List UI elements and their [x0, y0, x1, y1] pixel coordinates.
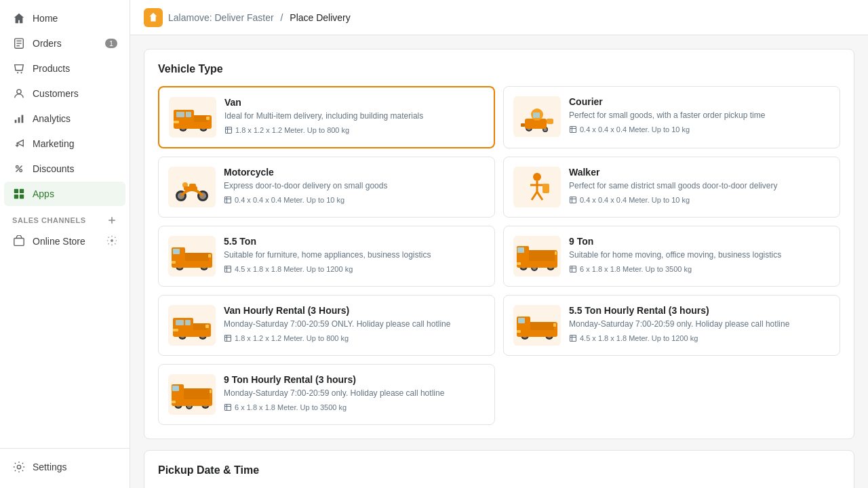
vehicle-desc-van: Ideal for Multi-item delivery, including…: [224, 110, 484, 122]
marketing-icon: [12, 137, 26, 150]
sidebar-item-settings[interactable]: Settings: [4, 455, 125, 479]
vehicle-type-card: Vehicle Type Van Ideal fo: [144, 49, 854, 439]
box-icon: [224, 334, 232, 342]
sidebar-item-online-store[interactable]: Online Store: [4, 229, 125, 253]
svg-rect-42: [533, 113, 540, 118]
svg-rect-76: [208, 254, 211, 258]
vehicle-desc-ton55: Suitable for furniture, home appliances,…: [224, 249, 485, 261]
vehicle-info-ton55: 5.5 Ton Suitable for furniture, home app…: [224, 236, 485, 273]
vehicle-card-ton9-hourly[interactable]: 9 Ton Hourly Rental (3 hours) Monday-Sat…: [158, 364, 495, 425]
svg-rect-9: [22, 115, 24, 123]
vehicle-image-van-hourly: [168, 305, 216, 346]
vehicle-name-ton55: 5.5 Ton: [224, 236, 485, 247]
svg-rect-133: [210, 390, 212, 393]
vehicle-spec-courier: 0.4 x 0.4 x 0.4 Meter. Up to 10 kg: [569, 125, 830, 134]
vehicle-info-van-hourly: Van Hourly Rental (3 Hours) Monday-Satur…: [224, 305, 485, 342]
vehicle-info-ton9: 9 Ton Suitable for home moving, office m…: [569, 236, 830, 273]
svg-rect-91: [555, 251, 557, 255]
svg-rect-44: [547, 119, 553, 124]
box-icon: [569, 125, 577, 134]
svg-rect-54: [184, 186, 197, 190]
sidebar-item-products[interactable]: Products: [4, 56, 125, 81]
svg-rect-30: [194, 115, 208, 122]
vehicle-desc-courier: Perfect for small goods, with a faster o…: [569, 110, 830, 121]
svg-rect-73: [173, 249, 180, 254]
vehicle-card-van-hourly[interactable]: Van Hourly Rental (3 Hours) Monday-Satur…: [158, 295, 495, 356]
svg-point-20: [111, 239, 113, 242]
svg-rect-106: [225, 335, 231, 341]
vehicle-info-courier: Courier Perfect for small goods, with a …: [569, 96, 830, 134]
svg-rect-45: [570, 126, 576, 132]
svg-rect-115: [518, 318, 525, 323]
vehicle-card-van[interactable]: Van Ideal for Multi-item delivery, inclu…: [158, 86, 495, 148]
topbar: Lalamove: Deliver Faster / Place Deliver…: [130, 0, 868, 35]
svg-rect-19: [14, 239, 24, 246]
svg-rect-92: [570, 266, 576, 272]
svg-rect-101: [176, 320, 184, 325]
vehicle-info-ton55-hourly: 5.5 Ton Hourly Rental (3 hours) Monday-S…: [569, 305, 830, 342]
vehicle-name-ton9-hourly: 9 Ton Hourly Rental (3 hours): [224, 374, 485, 385]
svg-line-61: [532, 192, 537, 200]
vehicle-card-ton9[interactable]: 9 Ton Suitable for home moving, office m…: [503, 226, 840, 287]
pickup-datetime-title: Pickup Date & Time: [158, 464, 840, 476]
vehicle-image-van: [169, 97, 216, 138]
discounts-icon: [12, 162, 26, 176]
svg-rect-103: [193, 323, 207, 330]
vehicle-image-ton9: [513, 236, 561, 277]
vehicle-card-ton55[interactable]: 5.5 Ton Suitable for furniture, home app…: [158, 226, 495, 287]
breadcrumb: Lalamove: Deliver Faster / Place Deliver…: [168, 12, 351, 23]
orders-icon: [12, 37, 26, 50]
box-icon: [569, 334, 577, 342]
sidebar-item-home[interactable]: Home: [4, 6, 125, 30]
page-content: Vehicle Type Van Ideal fo: [130, 35, 868, 488]
sidebar-item-discounts[interactable]: Discounts: [4, 157, 125, 181]
vehicle-desc-ton55-hourly: Monday-Saturday 7:00-20:59 only. Holiday…: [569, 319, 830, 330]
vehicle-desc-van-hourly: Monday-Saturday 7:00-20:59 ONLY. Holiday…: [224, 319, 485, 330]
vehicle-card-ton55-hourly[interactable]: 5.5 Ton Hourly Rental (3 hours) Monday-S…: [503, 295, 840, 356]
vehicle-card-walker[interactable]: Walker Perfect for same district small g…: [503, 157, 840, 218]
vehicle-spec-ton9: 6 x 1.8 x 1.8 Meter. Up to 3500 kg: [569, 265, 830, 273]
svg-point-10: [16, 166, 19, 169]
vehicle-image-courier: [513, 96, 561, 137]
svg-rect-90: [517, 262, 521, 265]
svg-rect-64: [570, 197, 576, 203]
svg-rect-117: [517, 330, 521, 333]
svg-rect-16: [20, 195, 24, 199]
vehicle-info-van: Van Ideal for Multi-item delivery, inclu…: [224, 97, 484, 134]
sidebar-item-customers[interactable]: Customers: [4, 81, 125, 106]
svg-rect-74: [185, 253, 209, 261]
svg-point-58: [533, 173, 541, 181]
sales-channels-header: SALES CHANNELS: [0, 207, 130, 228]
vehicle-spec-walker: 0.4 x 0.4 x 0.4 Meter. Up to 10 kg: [569, 196, 830, 204]
svg-rect-104: [173, 329, 178, 331]
sidebar-item-apps[interactable]: Apps: [4, 182, 125, 206]
add-sales-channel-button[interactable]: [106, 215, 117, 226]
vehicle-card-courier[interactable]: Courier Perfect for small goods, with a …: [503, 86, 840, 148]
online-store-settings-icon[interactable]: [106, 235, 117, 248]
svg-rect-63: [542, 184, 549, 193]
vehicle-spec-ton9-hourly: 6 x 1.8 x 1.8 Meter. Up to 3500 kg: [224, 403, 485, 411]
vehicle-name-courier: Courier: [569, 96, 830, 107]
customers-icon: [12, 87, 26, 100]
vehicle-name-walker: Walker: [569, 167, 830, 178]
sidebar: Home Orders 1 Products Customers Analy: [0, 0, 130, 488]
svg-rect-31: [174, 121, 179, 123]
svg-rect-15: [14, 195, 18, 199]
vehicle-desc-motorcycle: Express door-to-door delivery on small g…: [224, 180, 485, 192]
vehicle-image-walker: [513, 167, 561, 207]
pickup-datetime-card: Pickup Date & Time: [144, 450, 854, 488]
svg-rect-105: [205, 325, 209, 328]
svg-rect-8: [18, 117, 20, 123]
sidebar-item-analytics[interactable]: Analytics: [4, 106, 125, 131]
vehicle-card-motorcycle[interactable]: Motorcycle Express door-to-door delivery…: [158, 157, 495, 218]
svg-rect-131: [184, 388, 210, 399]
sidebar-item-marketing[interactable]: Marketing: [4, 131, 125, 156]
svg-line-12: [16, 166, 22, 172]
box-icon: [224, 403, 232, 411]
svg-rect-28: [176, 112, 184, 117]
vehicle-info-ton9-hourly: 9 Ton Hourly Rental (3 hours) Monday-Sat…: [224, 374, 485, 411]
svg-rect-13: [14, 189, 18, 193]
vehicle-info-walker: Walker Perfect for same district small g…: [569, 167, 830, 204]
vehicle-image-ton55-hourly: [513, 305, 561, 346]
sidebar-item-orders[interactable]: Orders 1: [4, 31, 125, 56]
